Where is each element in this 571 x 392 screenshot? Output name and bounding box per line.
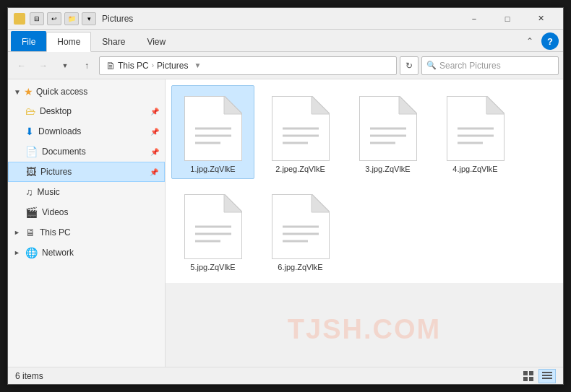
svg-rect-34	[542, 372, 552, 373]
svg-marker-21	[224, 194, 242, 212]
tab-file[interactable]: File	[11, 31, 46, 51]
back-button[interactable]: ←	[12, 56, 31, 75]
document-icon: 📄	[25, 146, 38, 157]
close-button[interactable]: ✕	[524, 8, 557, 30]
window-icon	[14, 13, 25, 25]
tab-view[interactable]: View	[136, 31, 176, 51]
quick-access-label: Quick access	[36, 87, 87, 97]
file-name: 6.jpg.ZqVlkE	[278, 262, 322, 272]
svg-marker-6	[312, 96, 330, 114]
sidebar: ▼ ★ Quick access 🗁 Desktop 📌 ⬇ Downloads…	[8, 79, 166, 367]
file-area-wrapper: TJSH.COM 1.jpg.ZqVlkE 2.jpeg.ZqVlkE 3.jp…	[166, 79, 563, 367]
breadcrumb-pictures[interactable]: Pictures	[157, 61, 188, 71]
qat-dropdown-btn[interactable]: ▾	[82, 12, 96, 25]
sidebar-item-label-documents: Documents	[42, 147, 86, 157]
search-icon: 🔍	[426, 61, 437, 70]
view-controls	[520, 369, 556, 383]
tab-home[interactable]: Home	[46, 32, 91, 52]
svg-rect-35	[542, 375, 552, 376]
status-bar: 6 items	[8, 367, 563, 384]
pictures-icon: 🖼	[26, 166, 36, 178]
sidebar-item-label-music: Music	[38, 187, 60, 197]
folder-icon: 🗁	[25, 105, 35, 117]
svg-marker-1	[224, 96, 242, 114]
quick-access-header[interactable]: ▼ ★ Quick access	[8, 82, 165, 101]
up-button[interactable]: ↑	[77, 56, 96, 75]
sidebar-item-label-this-pc: This PC	[40, 227, 71, 238]
ribbon-collapse-btn[interactable]: ⌃	[521, 32, 538, 50]
sidebar-item-this-pc[interactable]: ► 🖥 This PC	[8, 222, 165, 243]
this-pc-chevron: ►	[14, 229, 21, 236]
sidebar-item-label-network: Network	[42, 248, 74, 258]
sidebar-item-network[interactable]: ► 🌐 Network	[8, 243, 165, 263]
details-view-btn[interactable]	[538, 369, 556, 383]
svg-rect-36	[542, 378, 552, 379]
file-icon	[359, 96, 417, 161]
file-icon	[272, 194, 330, 259]
breadcrumb-this-pc[interactable]: This PC	[118, 61, 149, 71]
file-name: 3.jpg.ZqVlkE	[365, 164, 410, 174]
sidebar-item-label-videos: Videos	[42, 207, 68, 217]
qat-undo-btn[interactable]: ↩	[47, 12, 61, 25]
maximize-button[interactable]: □	[491, 8, 524, 30]
refresh-button[interactable]: ↻	[400, 56, 418, 75]
sidebar-item-music[interactable]: ♫ Music	[8, 182, 165, 202]
file-icon	[184, 96, 242, 161]
svg-rect-32	[523, 377, 528, 381]
svg-marker-16	[486, 96, 505, 114]
file-area: 1.jpg.ZqVlkE 2.jpeg.ZqVlkE 3.jpg.ZqVlkE …	[166, 79, 563, 283]
file-item[interactable]: 4.jpg.ZqVlkE	[434, 85, 517, 179]
status-count: 6 items	[15, 371, 520, 381]
forward-button[interactable]: →	[34, 56, 53, 75]
address-bar: ← → ▼ ↑ 🗎 This PC › Pictures ▼ ↻ 🔍 Searc…	[8, 52, 563, 79]
file-item[interactable]: 6.jpg.ZqVlkE	[259, 183, 342, 277]
tab-share[interactable]: Share	[91, 31, 136, 51]
search-placeholder: Search Pictures	[439, 61, 501, 71]
pin-icon-downloads: 📌	[150, 128, 159, 136]
svg-marker-11	[399, 96, 417, 114]
minimize-button[interactable]: −	[458, 8, 491, 30]
pin-icon-documents: 📌	[150, 148, 159, 156]
svg-rect-33	[529, 377, 533, 381]
svg-rect-31	[529, 371, 533, 375]
file-item[interactable]: 5.jpg.ZqVlkE	[171, 183, 254, 277]
recent-locations-button[interactable]: ▼	[56, 56, 74, 75]
sidebar-item-label-downloads: Downloads	[38, 126, 81, 136]
sidebar-item-documents[interactable]: 📄 Documents 📌	[8, 141, 165, 162]
help-button[interactable]: ?	[541, 32, 559, 50]
large-icons-view-btn[interactable]	[520, 369, 537, 383]
svg-rect-30	[523, 371, 528, 375]
window-title: Pictures	[102, 14, 458, 24]
sidebar-item-downloads[interactable]: ⬇ Downloads 📌	[8, 121, 165, 141]
qat-properties-btn[interactable]: ⊟	[30, 12, 44, 25]
sidebar-item-desktop[interactable]: 🗁 Desktop 📌	[8, 101, 165, 121]
file-item[interactable]: 3.jpg.ZqVlkE	[346, 85, 429, 179]
video-icon: 🎬	[25, 206, 38, 218]
title-bar: ⊟ ↩ 📁 ▾ Pictures − □ ✕	[8, 8, 563, 30]
svg-marker-26	[312, 194, 330, 212]
address-input[interactable]: 🗎 This PC › Pictures ▼	[99, 56, 397, 75]
window-controls: − □ ✕	[458, 8, 557, 30]
quick-access-icon: ★	[24, 86, 33, 97]
qat-folder-btn[interactable]: 📁	[64, 12, 79, 25]
file-item[interactable]: 1.jpg.ZqVlkE	[171, 85, 254, 179]
sidebar-item-label-pictures: Pictures	[40, 167, 72, 177]
breadcrumb: 🗎 This PC › Pictures ▼	[106, 60, 201, 71]
pin-icon-pictures: 📌	[150, 168, 158, 176]
sidebar-item-videos[interactable]: 🎬 Videos	[8, 202, 165, 222]
music-icon: ♫	[25, 186, 33, 198]
sidebar-item-label-desktop: Desktop	[40, 106, 72, 116]
quick-access-chevron: ▼	[14, 88, 21, 96]
search-box[interactable]: 🔍 Search Pictures	[421, 56, 559, 75]
file-icon	[447, 96, 505, 161]
sidebar-item-pictures[interactable]: 🖼 Pictures 📌	[8, 162, 165, 182]
main-content: ▼ ★ Quick access 🗁 Desktop 📌 ⬇ Downloads…	[8, 79, 563, 367]
file-item[interactable]: 2.jpeg.ZqVlkE	[259, 85, 342, 179]
pc-icon: 🖥	[25, 227, 35, 238]
file-name: 4.jpg.ZqVlkE	[452, 164, 497, 174]
file-icon	[184, 194, 242, 259]
ribbon: File Home Share View ⌃ ?	[8, 30, 563, 52]
pin-icon-desktop: 📌	[150, 108, 159, 116]
ribbon-tab-bar: File Home Share View	[8, 30, 179, 51]
file-name: 1.jpg.ZqVlkE	[190, 164, 235, 174]
